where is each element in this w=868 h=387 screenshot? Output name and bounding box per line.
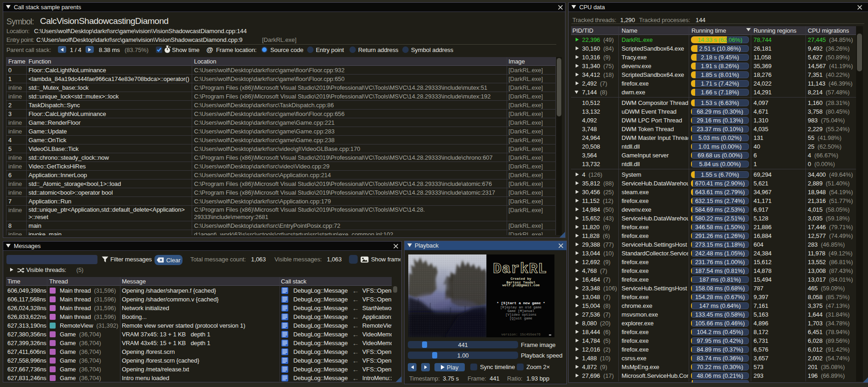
svg-text:version: 15c455ee76: version: 15c455ee76 xyxy=(501,333,541,336)
svg-text:[Q]uit game: [Q]uit game xyxy=(509,317,532,320)
svg-text:* [S]tart a new game *: * [S]tart a new game * xyxy=(497,301,545,305)
svg-text:[R]eplay an old game: [R]eplay an old game xyxy=(500,306,542,309)
svg-text:[V]ideo options: [V]ideo options xyxy=(505,313,537,317)
svg-text:wolf.pld@gmail.com: wolf.pld@gmail.com xyxy=(502,283,540,287)
svg-text:Created by: Created by xyxy=(510,277,531,281)
svg-text:DarkRL: DarkRL xyxy=(493,261,547,277)
svg-text:Game [M]anual: Game [M]anual xyxy=(508,309,535,313)
